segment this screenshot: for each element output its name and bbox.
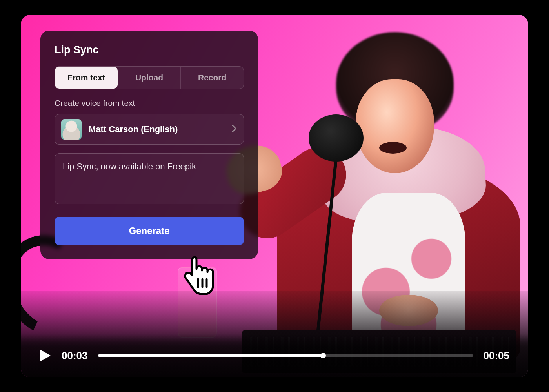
voice-name: Matt Carson (English) (89, 124, 224, 134)
video-controls: 00:03 00:05 (21, 334, 528, 377)
lip-sync-panel: Lip Sync From text Upload Record Create … (40, 31, 258, 259)
input-mode-tabs: From text Upload Record (55, 66, 244, 89)
tab-from-text[interactable]: From text (55, 67, 118, 89)
duration: 00:05 (484, 350, 510, 362)
panel-title: Lip Sync (55, 44, 244, 56)
tab-upload[interactable]: Upload (118, 67, 181, 89)
generate-button[interactable]: Generate (55, 217, 244, 245)
progress-bar[interactable] (98, 354, 473, 357)
chevron-right-icon (231, 124, 237, 134)
tab-record[interactable]: Record (180, 67, 244, 89)
play-button[interactable] (40, 349, 51, 362)
voice-selector[interactable]: Matt Carson (English) (55, 114, 244, 145)
current-time: 00:03 (62, 350, 88, 362)
voice-avatar (61, 119, 82, 140)
progress-thumb[interactable] (320, 353, 326, 358)
video-stage: Lip Sync From text Upload Record Create … (21, 15, 528, 377)
section-label: Create voice from text (55, 98, 244, 108)
progress-fill (98, 354, 323, 357)
speech-text-input[interactable] (55, 153, 244, 204)
